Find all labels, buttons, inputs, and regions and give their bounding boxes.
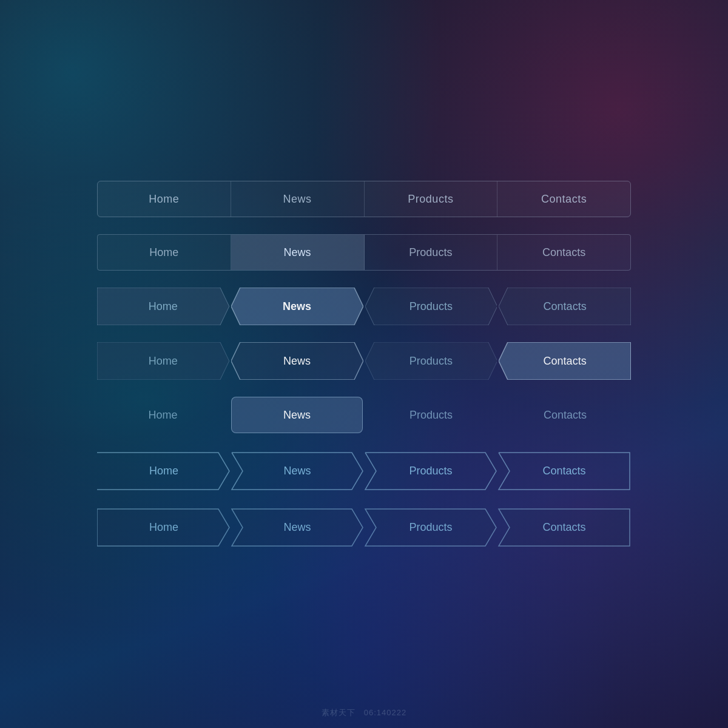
nav-contacts-2[interactable]: Contacts <box>497 235 630 270</box>
nav-row-6: .row6-item { flex:1; height:65px; positi… <box>97 451 631 491</box>
nav-row-1: Home News Products Contacts <box>97 181 631 217</box>
nav-row-7: .row7-item { flex:1; height:65px; positi… <box>97 508 631 547</box>
nav-products-3[interactable]: Products <box>365 288 497 325</box>
nav-products-6[interactable]: Products <box>364 451 497 491</box>
nav-home-1[interactable]: Home <box>98 181 231 217</box>
nav-products-7[interactable]: Products <box>364 508 497 547</box>
nav-news-6[interactable]: News <box>231 451 364 491</box>
nav-contacts-7[interactable]: Contacts <box>497 508 631 547</box>
nav-home-7[interactable]: Home <box>97 508 231 547</box>
nav-news-3[interactable]: News <box>231 288 363 325</box>
watermark: 素材天下 06:140222 <box>322 707 406 718</box>
nav-row-2: Home News Products Contacts <box>97 234 631 271</box>
nav-news-2[interactable]: News <box>231 235 365 270</box>
nav-home-6[interactable]: Home <box>97 451 231 491</box>
nav-row-5: .row5-item { flex:1; height:60px; displa… <box>97 397 631 434</box>
nav-home-3[interactable]: Home <box>97 288 229 325</box>
nav-contacts-4[interactable]: Contacts <box>499 342 631 380</box>
nav-row-3: .row3-item { flex:1; height:62px; positi… <box>97 288 631 325</box>
nav-contacts-5[interactable]: Contacts <box>499 397 631 433</box>
nav-row-4: .row4-item { flex:1; height:62px; positi… <box>97 342 631 380</box>
nav-products-5[interactable]: Products <box>365 397 497 433</box>
nav-products-2[interactable]: Products <box>365 235 498 270</box>
nav-home-2[interactable]: Home <box>98 235 231 270</box>
nav-contacts-6[interactable]: Contacts <box>497 451 631 491</box>
nav-news-7[interactable]: News <box>231 508 364 547</box>
nav-contacts-3[interactable]: Contacts <box>499 288 631 325</box>
nav-news-4[interactable]: News <box>231 342 363 380</box>
nav-news-1[interactable]: News <box>231 181 365 217</box>
nav-products-1[interactable]: Products <box>365 181 498 217</box>
nav-news-5[interactable]: News <box>231 397 363 433</box>
nav-contacts-1[interactable]: Contacts <box>497 181 630 217</box>
nav-home-5[interactable]: Home <box>97 397 229 433</box>
nav-home-4[interactable]: Home <box>97 342 229 380</box>
nav-products-4[interactable]: Products <box>365 342 497 380</box>
